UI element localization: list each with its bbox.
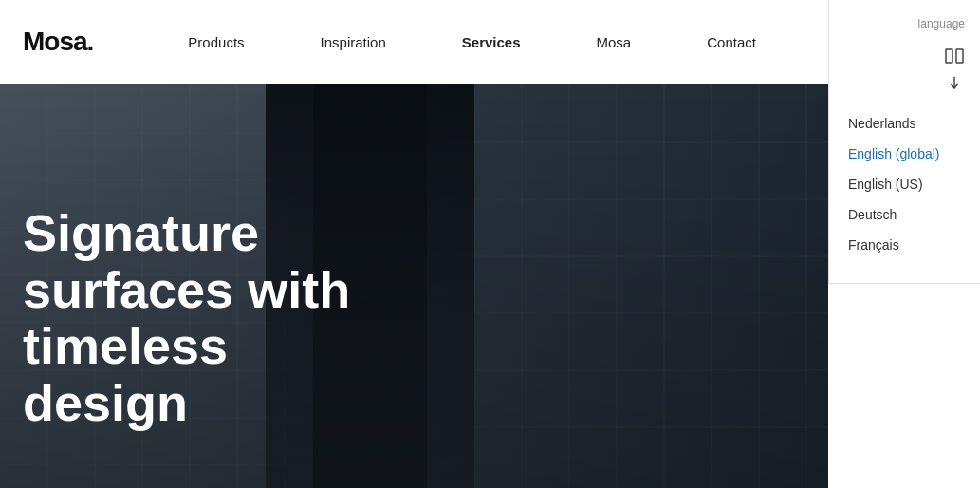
logo[interactable]: Mosa. xyxy=(23,27,93,57)
nav-item-inspiration[interactable]: Inspiration xyxy=(283,0,424,84)
lang-option-nl[interactable]: Nederlands xyxy=(829,108,980,139)
svg-rect-37 xyxy=(956,49,963,63)
nav-item-contact[interactable]: Contact xyxy=(669,0,794,84)
nav-item-mosa[interactable]: Mosa xyxy=(559,0,670,84)
nav-item-products[interactable]: Products xyxy=(150,0,282,84)
language-dropdown: language Nederlands English (global) Eng… xyxy=(828,0,980,284)
language-label: language xyxy=(829,8,980,30)
lang-option-en-global[interactable]: English (global) xyxy=(829,139,980,169)
language-icons xyxy=(829,38,980,101)
lang-option-de[interactable]: Deutsch xyxy=(829,199,980,230)
arrow-down-icon[interactable] xyxy=(944,72,965,93)
lang-option-fr[interactable]: Français xyxy=(829,230,980,260)
compare-icon[interactable] xyxy=(944,46,965,66)
language-options: Nederlands English (global) English (US)… xyxy=(829,101,980,268)
lang-option-en-us[interactable]: English (US) xyxy=(829,169,980,199)
nav-item-services[interactable]: Services xyxy=(424,0,559,84)
svg-rect-36 xyxy=(946,49,952,63)
hero-title: Signature surfaces with timeless design xyxy=(23,205,516,431)
hero-text: Signature surfaces with timeless design xyxy=(23,205,516,431)
